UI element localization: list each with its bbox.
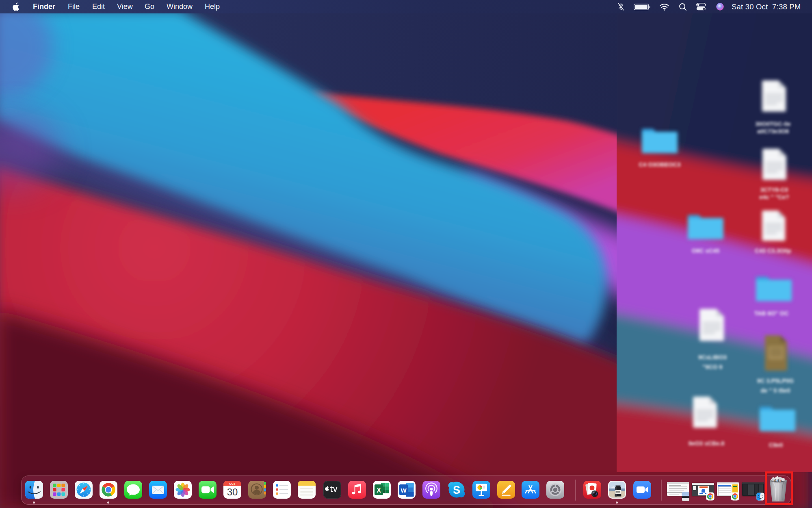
svg-text:C4 O3OBEOC3: C4 O3OBEOC3 <box>639 161 680 168</box>
svg-text:de " 5 t5e0: de " 5 t5e0 <box>761 387 790 394</box>
svg-text:C43 C3.3O0p: C43 C3.3O0p <box>755 247 791 254</box>
svg-text:a0C73e3O8: a0C73e3O8 <box>757 128 789 135</box>
svg-text:X: X <box>377 487 381 494</box>
svg-text:9eO3 sCBe.8: 9eO3 sCBe.8 <box>689 440 725 447</box>
svg-text:30O0TGC-0e: 30O0TGC-0e <box>755 121 790 127</box>
svg-text:TAB 6O" OC: TAB 6O" OC <box>754 310 789 317</box>
svg-text:9CsLtBO3: 9CsLtBO3 <box>698 354 727 360</box>
svg-text:3CTY8-C0: 3CTY8-C0 <box>760 187 788 193</box>
svg-text:e4c " "Ce?: e4c " "Ce? <box>759 194 789 200</box>
svg-text:S: S <box>453 484 460 496</box>
svg-text:W: W <box>401 487 407 494</box>
svg-text:30: 30 <box>227 486 238 497</box>
svg-text:"9CO 9: "9CO 9 <box>703 364 723 370</box>
svg-text:OCT: OCT <box>230 482 236 485</box>
svg-text:C9e0: C9e0 <box>769 442 783 448</box>
svg-text:9C 3.P5LP0G: 9C 3.P5LP0G <box>757 378 794 384</box>
svg-text:O8C sC45: O8C sC45 <box>692 247 720 254</box>
